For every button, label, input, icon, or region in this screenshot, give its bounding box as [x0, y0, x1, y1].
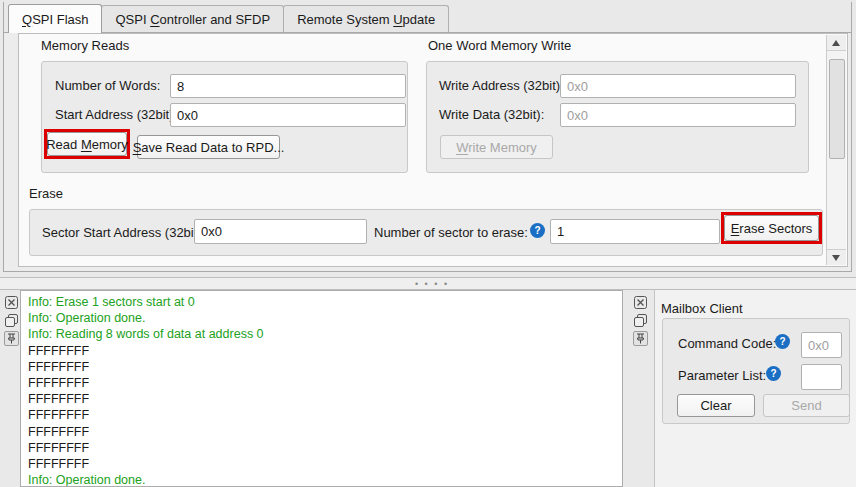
start-address-label: Start Address (32bit):: [55, 107, 177, 122]
sector-start-address-label: Sector Start Address (32bit):: [42, 225, 205, 240]
one-word-write-panel: Write Address (32bit): Write Data (32bit…: [426, 61, 809, 173]
number-of-words-input[interactable]: [170, 74, 406, 98]
pin-icon: [6, 333, 17, 344]
erase-panel: Sector Start Address (32bit): Number of …: [29, 209, 823, 256]
log-line: FFFFFFFF: [28, 391, 622, 407]
mailbox-title: Mailbox Client: [661, 301, 743, 316]
log-line: FFFFFFFF: [28, 440, 622, 456]
log-line: FFFFFFFF: [28, 407, 622, 423]
memory-reads-title: Memory Reads: [41, 38, 129, 53]
log-line: FFFFFFFF: [28, 456, 622, 472]
log-line: FFFFFFFF: [28, 343, 622, 359]
app-window: { "colors": { "info_green": "#21a121", "…: [0, 0, 856, 487]
num-sectors-help-icon[interactable]: ?: [530, 223, 545, 238]
command-code-help-icon[interactable]: ?: [775, 334, 790, 349]
mailbox-panel: Command Code: ? Parameter List: ? Clear …: [662, 318, 850, 424]
write-data-input[interactable]: [560, 103, 796, 127]
float-window-icon: [634, 314, 647, 327]
scroll-up-arrow-icon: [832, 40, 840, 46]
write-address-label: Write Address (32bit):: [439, 78, 564, 93]
pin-icon: [635, 333, 646, 344]
log-line: Info: Operation done.: [28, 472, 622, 487]
start-address-input[interactable]: [170, 103, 406, 127]
tab-remote-system-update[interactable]: Remote System Update: [283, 5, 449, 33]
close-icon: [5, 296, 18, 309]
read-memory-highlight: Read Memory: [44, 129, 130, 159]
command-code-label: Command Code:: [678, 336, 776, 351]
write-memory-button[interactable]: Write Memory: [440, 135, 553, 159]
num-sectors-label: Number of sector to erase:: [374, 225, 528, 240]
log-float-button[interactable]: [4, 313, 19, 328]
erase-sectors-button[interactable]: Erase Sectors: [724, 215, 819, 241]
num-sectors-input[interactable]: [550, 219, 720, 244]
command-code-input[interactable]: [801, 332, 842, 358]
write-data-label: Write Data (32bit):: [439, 107, 544, 122]
parameter-list-label: Parameter List:: [678, 368, 766, 383]
parameter-list-help-icon[interactable]: ?: [766, 366, 781, 381]
tab-qspi-flash[interactable]: QSPI Flash: [8, 4, 102, 33]
page-vertical-scrollbar[interactable]: [826, 35, 846, 265]
parameter-list-input[interactable]: [801, 364, 842, 390]
scroll-down-arrow-icon: [832, 255, 840, 261]
close-icon: [634, 296, 647, 309]
log-area[interactable]: Info: Erase 1 sectors start at 0Info: Op…: [20, 290, 623, 487]
save-read-data-button[interactable]: Save Read Data to RPD...: [137, 135, 280, 159]
number-of-words-label: Number of Words:: [55, 78, 160, 93]
sector-start-address-input[interactable]: [194, 219, 367, 244]
scrollbar-thumb[interactable]: [829, 59, 845, 159]
log-line: Info: Erase 1 sectors start at 0: [28, 294, 622, 310]
tab-bar: QSPI Flash QSPI Controller and SFDP Remo…: [8, 5, 448, 33]
mailbox-close-button[interactable]: [633, 295, 648, 310]
mailbox-dock-separator: [654, 290, 655, 487]
log-line: FFFFFFFF: [28, 359, 622, 375]
clear-button[interactable]: Clear: [677, 394, 755, 417]
log-line: Info: Reading 8 words of data at address…: [28, 326, 622, 342]
erase-title: Erase: [29, 186, 63, 201]
qspi-flash-page: Memory Reads Number of Words: Start Addr…: [18, 33, 848, 267]
tab-qspi-controller-sfdp[interactable]: QSPI Controller and SFDP: [101, 5, 284, 33]
log-line: FFFFFFFF: [28, 424, 622, 440]
scroll-up-button[interactable]: [827, 35, 846, 51]
write-address-input[interactable]: [560, 74, 796, 98]
mailbox-float-button[interactable]: [633, 313, 648, 328]
erase-sectors-highlight: Erase Sectors: [721, 212, 822, 244]
log-pin-button[interactable]: [4, 331, 19, 346]
horizontal-splitter[interactable]: • • • • • •: [0, 277, 856, 290]
send-button[interactable]: Send: [763, 394, 850, 417]
float-window-icon: [5, 314, 18, 327]
log-line: Info: Operation done.: [28, 310, 622, 326]
scroll-down-button[interactable]: [827, 249, 846, 265]
read-memory-button[interactable]: Read Memory: [47, 132, 127, 156]
mailbox-pin-button[interactable]: [633, 331, 648, 346]
one-word-write-title: One Word Memory Write: [428, 38, 571, 53]
log-close-button[interactable]: [4, 295, 19, 310]
log-line: FFFFFFFF: [28, 375, 622, 391]
memory-reads-panel: Number of Words: Start Address (32bit): …: [41, 61, 408, 173]
